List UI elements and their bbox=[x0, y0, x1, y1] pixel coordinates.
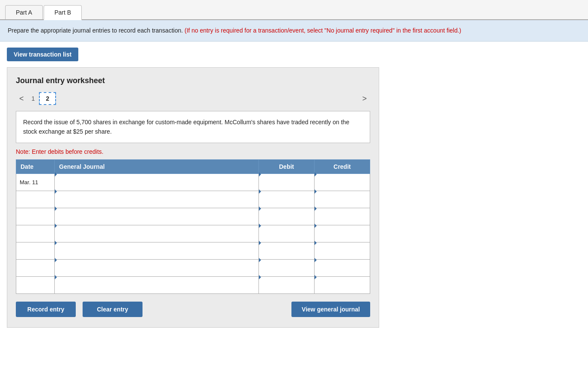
journal-input-2[interactable] bbox=[55, 212, 258, 228]
col-header-credit: Credit bbox=[315, 159, 370, 174]
journal-input-0[interactable] bbox=[55, 177, 258, 194]
view-transaction-button[interactable]: View transaction list bbox=[7, 48, 78, 61]
debit-input-1[interactable] bbox=[259, 194, 314, 211]
tab-part-b[interactable]: Part B bbox=[44, 5, 82, 20]
journal-input-5[interactable] bbox=[55, 263, 258, 280]
instruction-main-text: Prepare the appropriate journal entries … bbox=[8, 27, 183, 34]
nav-current-page[interactable]: 2 bbox=[39, 92, 56, 105]
credit-input-0[interactable] bbox=[315, 177, 370, 194]
journal-input-1[interactable] bbox=[55, 194, 258, 211]
date-cell-6 bbox=[16, 276, 55, 293]
credit-input-5[interactable] bbox=[315, 263, 370, 280]
debit-input-4[interactable] bbox=[259, 246, 314, 263]
col-header-journal: General Journal bbox=[55, 159, 259, 174]
journal-input-4[interactable] bbox=[55, 246, 258, 263]
instruction-note-text: (If no entry is required for a transacti… bbox=[184, 27, 461, 34]
tab-part-a[interactable]: Part A bbox=[5, 5, 43, 19]
date-cell-1 bbox=[16, 191, 55, 208]
date-cell-3 bbox=[16, 225, 55, 242]
credit-input-3[interactable] bbox=[315, 229, 370, 245]
button-row: Record entry Clear entry View general jo… bbox=[16, 302, 370, 317]
instruction-bar: Prepare the appropriate journal entries … bbox=[0, 20, 588, 42]
debit-input-3[interactable] bbox=[259, 229, 314, 245]
worksheet-container: Journal entry worksheet < 1 2 > Record t… bbox=[7, 67, 379, 328]
credit-input-4[interactable] bbox=[315, 246, 370, 263]
date-cell-4 bbox=[16, 242, 55, 259]
worksheet-title: Journal entry worksheet bbox=[16, 76, 370, 85]
view-general-journal-button[interactable]: View general journal bbox=[291, 302, 370, 317]
date-cell-5 bbox=[16, 259, 55, 276]
note-debit: Note: Enter debits before credits. bbox=[16, 148, 370, 155]
nav-right-arrow[interactable]: > bbox=[359, 93, 370, 105]
nav-left-arrow[interactable]: < bbox=[16, 93, 27, 105]
record-entry-button[interactable]: Record entry bbox=[16, 302, 76, 317]
tabs-bar: Part A Part B bbox=[0, 0, 588, 20]
debit-input-2[interactable] bbox=[259, 212, 314, 228]
journal-cell-0[interactable] bbox=[55, 174, 259, 191]
journal-input-3[interactable] bbox=[55, 229, 258, 245]
debit-input-5[interactable] bbox=[259, 263, 314, 280]
credit-cell-0[interactable] bbox=[315, 174, 370, 191]
page-wrapper: Part A Part B Prepare the appropriate jo… bbox=[0, 0, 588, 377]
credit-input-2[interactable] bbox=[315, 212, 370, 228]
description-box: Record the issue of 5,700 shares in exch… bbox=[16, 111, 370, 143]
clear-entry-button[interactable]: Clear entry bbox=[83, 302, 143, 317]
debit-cell-0[interactable] bbox=[259, 174, 315, 191]
col-header-debit: Debit bbox=[259, 159, 315, 174]
date-cell-2 bbox=[16, 208, 55, 225]
credit-input-1[interactable] bbox=[315, 194, 370, 211]
nav-page-number: 1 bbox=[32, 95, 35, 102]
credit-input-6[interactable] bbox=[315, 280, 370, 297]
nav-row: < 1 2 > bbox=[16, 92, 370, 105]
debit-input-6[interactable] bbox=[259, 280, 314, 297]
journal-table: Date General Journal Debit Credit Mar. 1… bbox=[16, 159, 370, 294]
date-cell-0: Mar. 11 bbox=[16, 174, 55, 191]
debit-input-0[interactable] bbox=[259, 177, 314, 194]
col-header-date: Date bbox=[16, 159, 55, 174]
action-bar: View transaction list bbox=[0, 42, 588, 67]
journal-input-6[interactable] bbox=[55, 280, 258, 297]
